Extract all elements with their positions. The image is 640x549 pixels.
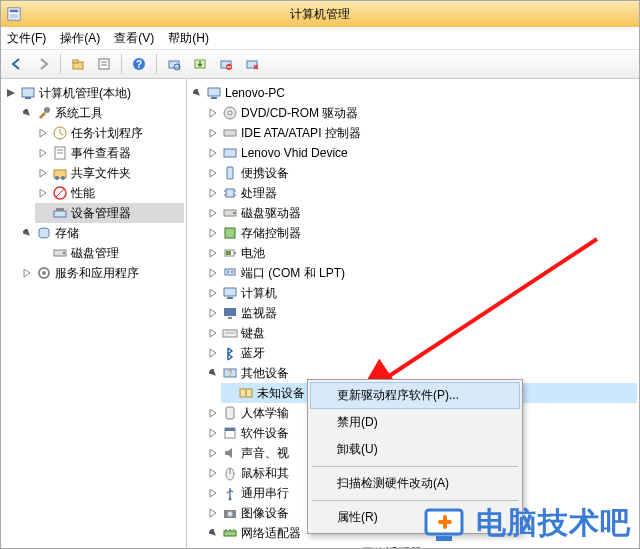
svg-rect-44 [227,167,233,179]
svg-point-28 [61,176,65,180]
expand-icon[interactable] [208,148,219,159]
ctx-disable[interactable]: 禁用(D) [310,409,520,436]
toolbar-properties[interactable] [92,52,116,76]
tree-services-apps[interactable]: 服务和应用程序 [19,263,184,283]
expand-icon[interactable] [192,88,203,99]
ctx-uninstall[interactable]: 卸载(U) [310,436,520,463]
watermark-logo-icon [422,504,470,544]
expand-icon[interactable] [208,108,219,119]
tree-system-tools[interactable]: 系统工具 任务计划程序 事件查看器 共享文件夹 性能 设备管理器 [19,103,184,223]
expand-icon[interactable] [208,248,219,259]
tree-shared-folders[interactable]: 共享文件夹 [35,163,184,183]
menu-file[interactable]: 文件(F) [7,30,46,47]
tree-disk-mgmt[interactable]: 磁盘管理 [35,243,184,263]
tree-performance[interactable]: 性能 [35,183,184,203]
device-category[interactable]: 蓝牙 [205,343,637,363]
tree-label: Lenovo Vhid Device [241,144,348,162]
expand-icon[interactable] [208,508,219,519]
toolbar-back[interactable] [5,52,29,76]
expand-icon[interactable] [22,228,33,239]
ctx-separator [312,466,518,467]
tree-label: 蓝牙 [241,344,265,362]
expand-icon[interactable] [38,168,49,179]
tree-label: DVD/CD-ROM 驱动器 [241,104,358,122]
expand-icon[interactable] [38,128,49,139]
toolbar-scan-hardware[interactable] [162,52,186,76]
ctx-scan-hardware[interactable]: 扫描检测硬件改动(A) [310,470,520,497]
tree-label: 电池 [241,244,265,262]
toolbar-up[interactable] [66,52,90,76]
tree-label: 未知设备 [257,384,305,402]
svg-rect-38 [208,88,220,96]
tree-label: 计算机 [241,284,277,302]
device-category[interactable]: 处理器 [205,183,637,203]
device-category[interactable]: DVD/CD-ROM 驱动器 [205,103,637,123]
tree-label: 事件查看器 [71,144,131,162]
expand-icon[interactable] [38,188,49,199]
toolbar-forward[interactable] [31,52,55,76]
expand-icon[interactable] [208,528,219,539]
menu-view[interactable]: 查看(V) [114,30,154,47]
device-category[interactable]: 端口 (COM 和 LPT) [205,263,637,283]
device-category[interactable]: 键盘 [205,323,637,343]
right-tree-pane[interactable]: Lenovo-PC DVD/CD-ROM 驱动器IDE ATA/ATAPI 控制… [187,79,639,548]
expand-icon[interactable] [208,228,219,239]
tree-device-manager[interactable]: 设备管理器 [35,203,184,223]
expand-icon[interactable] [22,108,33,119]
svg-rect-32 [56,208,64,211]
tree-task-scheduler[interactable]: 任务计划程序 [35,123,184,143]
tree-root-local[interactable]: 计算机管理(本地) 系统工具 任务计划程序 事件查看器 [3,83,184,283]
expand-icon[interactable] [208,488,219,499]
left-tree-pane[interactable]: 计算机管理(本地) 系统工具 任务计划程序 事件查看器 [1,79,187,548]
expand-icon[interactable] [208,348,219,359]
expand-icon[interactable] [38,148,49,159]
menu-action[interactable]: 操作(A) [60,30,100,47]
device-category[interactable]: Lenovo Vhid Device [205,143,637,163]
toolbar-help[interactable]: ? [127,52,151,76]
expand-icon[interactable] [208,468,219,479]
expand-icon[interactable] [208,308,219,319]
tree-storage[interactable]: 存储 磁盘管理 [19,223,184,263]
svg-rect-62 [228,317,232,319]
expand-icon[interactable] [208,208,219,219]
expand-icon[interactable] [208,188,219,199]
device-category[interactable]: 计算机 [205,283,637,303]
watermark-text: 电脑技术吧 [476,503,631,544]
device-category[interactable]: 磁盘驱动器 [205,203,637,223]
device-category[interactable]: 存储控制器 [205,223,637,243]
tree-label: 系统工具 [55,104,103,122]
device-category[interactable]: 电池 [205,243,637,263]
ctx-update-driver[interactable]: 更新驱动程序软件(P)... [310,382,520,409]
expand-icon[interactable] [6,88,17,99]
expand-icon[interactable] [208,408,219,419]
menu-help[interactable]: 帮助(H) [168,30,209,47]
svg-rect-56 [225,269,235,275]
menubar: 文件(F) 操作(A) 查看(V) 帮助(H) [1,27,639,50]
toolbar-uninstall[interactable] [240,52,264,76]
device-category[interactable]: 便携设备 [205,163,637,183]
expand-icon[interactable] [208,368,219,379]
disk-icon [52,245,68,261]
expand-icon[interactable] [208,268,219,279]
expand-icon[interactable] [208,448,219,459]
toolbar-update-driver[interactable] [188,52,212,76]
svg-rect-54 [234,252,236,254]
device-category[interactable]: IDE ATA/ATAPI 控制器 [205,123,637,143]
toolbar-disable[interactable] [214,52,238,76]
expand-icon[interactable] [208,328,219,339]
expand-icon[interactable] [22,268,33,279]
device-category[interactable]: 监视器 [205,303,637,323]
ctx-separator [312,500,518,501]
tree-label: 磁盘驱动器 [241,204,301,222]
expand-icon[interactable] [208,168,219,179]
expand-icon[interactable] [208,288,219,299]
expand-icon[interactable] [208,128,219,139]
svg-rect-4 [73,60,78,63]
svg-rect-5 [99,59,109,69]
tree-label: 性能 [71,184,95,202]
device-icon [222,505,238,521]
expand-icon[interactable] [208,428,219,439]
device-icon [222,145,238,161]
tree-event-viewer[interactable]: 事件查看器 [35,143,184,163]
tree-label: 存储 [55,224,79,242]
